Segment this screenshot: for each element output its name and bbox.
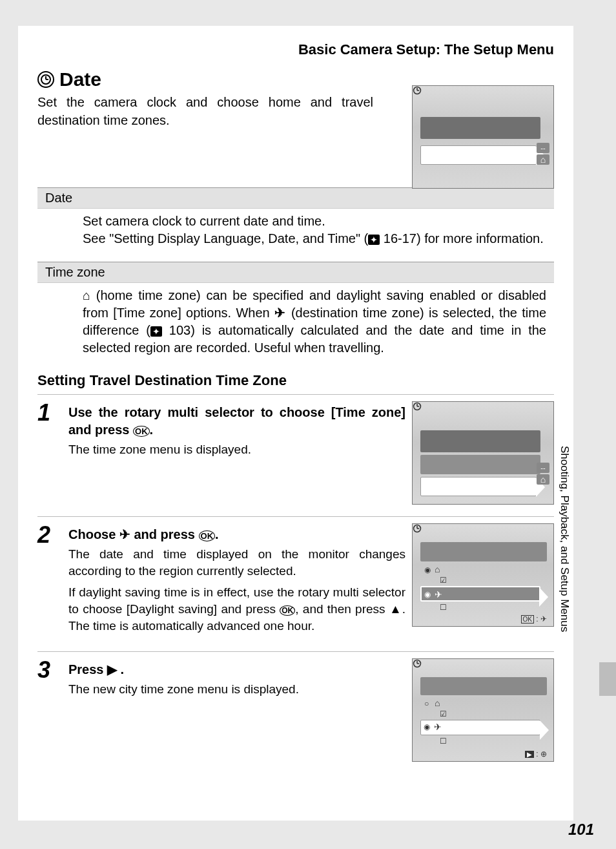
ok-icon: OK	[199, 530, 216, 541]
check-off-icon: ☐	[440, 603, 447, 612]
section-title-text: Date	[59, 68, 101, 90]
text: Press	[68, 662, 107, 676]
home-icon: ⌂	[83, 288, 90, 302]
date-menu-screenshot: -- ⌂	[412, 85, 554, 189]
text: .	[117, 662, 124, 676]
ok-icon: OK	[280, 605, 295, 616]
table-row-timezone-header: Time zone	[37, 262, 554, 283]
table-row-date-body: Set camera clock to current date and tim…	[37, 209, 554, 251]
plane-icon: ✈	[119, 527, 130, 541]
step-number: 3	[37, 658, 59, 760]
step-3: 3 Press ▶ . The new city time zone menu …	[37, 655, 554, 764]
right-icon: ▶	[107, 662, 117, 676]
table-row-date-header: Date	[37, 187, 554, 209]
step-1: 1 Use the rotary multi selector to choos…	[37, 397, 554, 514]
text: Use the rotary multi selector to choose …	[68, 405, 406, 437]
plane-icon: ✈	[435, 589, 442, 600]
page-number: 101	[568, 821, 594, 839]
footer-hint: ▶ : ⊕	[525, 749, 547, 759]
radio-off-icon: ◉	[424, 565, 431, 574]
text: Set camera clock to current date and tim…	[83, 214, 325, 228]
text: 16-17) for more information.	[380, 231, 543, 246]
step3-screenshot: ○ ⌂ ☑ ◉ ✈ ☐ ▶ : ⊕	[412, 658, 554, 762]
dashes-badge: --	[537, 463, 549, 473]
clock-icon	[37, 71, 54, 88]
step-2: 2 Choose ✈ and press OK. The date and ti…	[37, 519, 554, 649]
text: , and then press	[295, 602, 389, 616]
step-number: 2	[37, 523, 59, 645]
footer-hint: OK : ✈	[521, 614, 547, 624]
text: See "Setting Display Language, Date, and…	[83, 231, 368, 246]
running-header: Basic Camera Setup: The Setup Menu	[37, 40, 554, 65]
check-on-icon: ☑	[440, 576, 447, 585]
radio-on-icon: ◉	[424, 722, 430, 731]
text: and press	[130, 527, 199, 541]
dashes-badge: --	[537, 143, 549, 153]
home-icon: ⌂	[435, 564, 440, 574]
radio-off-icon: ○	[424, 699, 429, 708]
home-icon: ⌂	[537, 474, 549, 485]
side-section-label: Shooting, Playback, and Setup Menus	[558, 446, 571, 632]
plane-icon: ✈	[434, 722, 442, 732]
reference-icon: ✦	[368, 235, 380, 245]
side-margin	[599, 426, 616, 672]
up-icon: ▲	[389, 602, 402, 616]
text: Choose	[68, 527, 119, 541]
clock-icon	[413, 402, 422, 413]
home-icon: ⌂	[537, 154, 549, 165]
divider	[37, 516, 554, 517]
home-icon: ⌂	[435, 698, 440, 708]
clock-icon	[413, 86, 422, 97]
reference-icon: ✦	[150, 326, 162, 337]
divider	[37, 651, 554, 652]
clock-icon	[413, 659, 422, 670]
clock-icon	[413, 524, 422, 535]
plane-icon: ✈	[274, 306, 287, 320]
page: Basic Camera Setup: The Setup Menu Date …	[18, 26, 573, 821]
section-intro: Set the camera clock and choose home and…	[37, 93, 373, 129]
check-on-icon: ☑	[440, 709, 447, 718]
step-number: 1	[37, 401, 59, 510]
side-index-tab	[599, 662, 616, 696]
ok-icon: OK	[133, 426, 150, 437]
text: .	[150, 423, 154, 437]
subsection-heading: Setting Travel Destination Time Zone	[37, 372, 554, 389]
divider	[37, 394, 554, 395]
step2-screenshot: ◉ ⌂ ☑ ◉ ✈ ☐ OK : ✈	[412, 523, 554, 627]
text: .	[215, 527, 219, 541]
radio-on-icon: ◉	[424, 590, 431, 599]
step1-screenshot: -- ⌂	[412, 401, 554, 505]
check-off-icon: ☐	[440, 737, 447, 746]
table-row-timezone-body: ⌂ (home time zone) can be specified and …	[37, 283, 554, 361]
